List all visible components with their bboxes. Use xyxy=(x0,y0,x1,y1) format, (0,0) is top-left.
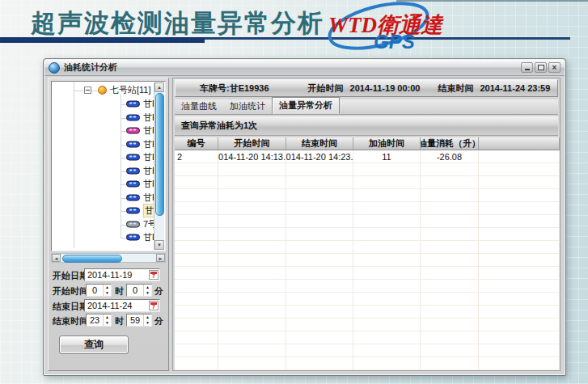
table-cell xyxy=(286,215,353,228)
tree-item-vehicle[interactable]: 甘E1 xyxy=(126,231,155,243)
tree-node-station[interactable]: 七号站[11] xyxy=(84,84,151,96)
start-minute-stepper[interactable]: 0 ▲▼ xyxy=(126,284,152,297)
window-titlebar[interactable]: 油耗统计分析 × xyxy=(44,60,565,76)
table-cell xyxy=(218,267,286,280)
column-header: 编号 xyxy=(175,137,218,150)
table-cell xyxy=(353,344,421,357)
table-cell xyxy=(353,202,421,215)
anomaly-table[interactable]: 编号开始时间结束时间加油时间油量消耗（升）22014-11-20 14:13..… xyxy=(175,137,560,370)
column-header: 油量消耗（升） xyxy=(421,137,479,150)
table-cell xyxy=(218,176,286,189)
car-icon xyxy=(126,100,140,108)
tree-item-vehicle[interactable]: 甘E1 xyxy=(126,205,155,217)
table-cell xyxy=(286,344,353,357)
table-cell xyxy=(353,357,421,370)
calendar-icon[interactable] xyxy=(149,270,159,280)
collapse-icon[interactable] xyxy=(84,87,91,94)
start-date-input[interactable]: 2014-11-19 xyxy=(84,268,160,281)
table-empty-row xyxy=(175,344,560,357)
table-empty-row xyxy=(175,215,560,228)
scroll-right-icon[interactable]: ► xyxy=(156,254,165,262)
table-cell xyxy=(479,280,560,293)
start-hour-stepper[interactable]: 0 ▲▼ xyxy=(86,284,112,297)
table-cell xyxy=(479,163,560,176)
tab-2[interactable]: 油量异常分析 xyxy=(272,97,340,114)
table-cell xyxy=(218,215,286,228)
table-cell xyxy=(175,241,218,254)
vehicle-tree[interactable]: 七号站[11] 甘E1 甘E1 甘E1 甘E1 甘E1 甘E1 甘E1 甘E1 … xyxy=(51,81,166,251)
table-cell xyxy=(353,215,421,228)
table-row[interactable]: 22014-11-20 14:13...2014-11-20 14:23...1… xyxy=(175,150,560,163)
table-cell xyxy=(353,228,421,241)
table-empty-row xyxy=(175,267,560,280)
end-hour-stepper[interactable]: 23 ▲▼ xyxy=(86,314,112,327)
table-cell xyxy=(218,331,286,344)
car-icon xyxy=(126,221,140,228)
tree-item-vehicle[interactable]: 7号站 xyxy=(126,218,155,230)
table-cell xyxy=(353,267,421,280)
table-cell xyxy=(479,189,560,202)
table-cell xyxy=(218,241,286,254)
tab-1[interactable]: 加油统计 xyxy=(223,99,272,114)
tree-item-vehicle[interactable]: 甘E1 xyxy=(126,178,155,190)
table-cell xyxy=(175,331,218,344)
tree-item-vehicle[interactable]: 甘E1 xyxy=(126,124,155,137)
table-cell xyxy=(353,176,421,189)
table-cell xyxy=(479,241,560,254)
table-cell xyxy=(479,202,560,215)
car-icon xyxy=(126,141,140,148)
table-cell: 2 xyxy=(175,150,218,163)
tree-hscroll-thumb[interactable] xyxy=(62,255,122,263)
table-cell xyxy=(421,344,479,357)
stepper-arrows-icon[interactable]: ▲▼ xyxy=(103,314,111,326)
tree-horizontal-scrollbar[interactable]: ◄ ► xyxy=(51,253,166,263)
close-icon: × xyxy=(552,64,557,72)
end-date-input[interactable]: 2014-11-24 xyxy=(84,299,160,312)
close-button[interactable]: × xyxy=(548,62,561,73)
table-cell xyxy=(175,189,218,202)
table-empty-row xyxy=(175,176,560,189)
table-cell xyxy=(353,241,421,254)
tree-item-vehicle[interactable]: 甘E1 xyxy=(126,151,155,163)
car-icon xyxy=(126,180,140,188)
query-button[interactable]: 查询 xyxy=(59,335,129,354)
stepper-arrows-icon[interactable]: ▲▼ xyxy=(103,285,111,296)
scroll-down-icon[interactable]: ▼ xyxy=(154,240,164,250)
stepper-arrows-icon[interactable]: ▲▼ xyxy=(143,285,151,296)
table-cell xyxy=(286,306,353,319)
table-cell xyxy=(286,202,353,215)
calendar-icon[interactable] xyxy=(149,301,159,310)
tree-item-vehicle[interactable]: 甘E1 xyxy=(126,98,155,110)
tree-vscroll-thumb[interactable] xyxy=(155,93,164,216)
table-cell xyxy=(479,319,560,331)
vehicle-info-bar: 车牌号:甘E19936 开始时间 2014-11-19 00:00 结束时间 2… xyxy=(175,79,558,97)
stepper-arrows-icon[interactable]: ▲▼ xyxy=(143,314,151,326)
tree-item-vehicle[interactable]: 甘E1 xyxy=(126,192,155,204)
tree-item-vehicle[interactable]: 甘E1 xyxy=(126,112,155,124)
logo-gps-text: GPS xyxy=(374,31,415,53)
restore-button[interactable] xyxy=(535,62,547,73)
start-time-value: 2014-11-19 00:00 xyxy=(350,83,421,93)
minimize-button[interactable] xyxy=(521,62,533,73)
end-minute-stepper[interactable]: 59 ▲▼ xyxy=(126,314,152,327)
car-icon xyxy=(126,207,140,214)
table-cell xyxy=(286,241,353,254)
table-cell xyxy=(218,254,286,267)
tree-item-vehicle[interactable]: 甘E1 xyxy=(126,165,155,177)
table-cell xyxy=(353,254,421,267)
table-cell xyxy=(286,319,353,331)
station-label: 七号站[11] xyxy=(110,84,151,96)
table-cell xyxy=(286,254,353,267)
tree-vertical-scrollbar[interactable]: ▲ ▼ xyxy=(154,82,164,250)
end-minute-value: 59 xyxy=(127,314,143,326)
table-cell xyxy=(218,306,286,319)
scroll-up-icon[interactable]: ▲ xyxy=(154,82,164,92)
tree-item-vehicle[interactable]: 甘E1 xyxy=(126,138,155,150)
scroll-left-icon[interactable]: ◄ xyxy=(52,254,61,262)
window-title: 油耗统计分析 xyxy=(64,61,117,74)
table-cell xyxy=(421,176,479,189)
end-time-value: 2014-11-24 23:59 xyxy=(480,83,550,93)
table-cell xyxy=(218,344,286,357)
end-time-caption: 结束时间 xyxy=(438,82,473,95)
tab-0[interactable]: 油量曲线 xyxy=(175,99,223,114)
